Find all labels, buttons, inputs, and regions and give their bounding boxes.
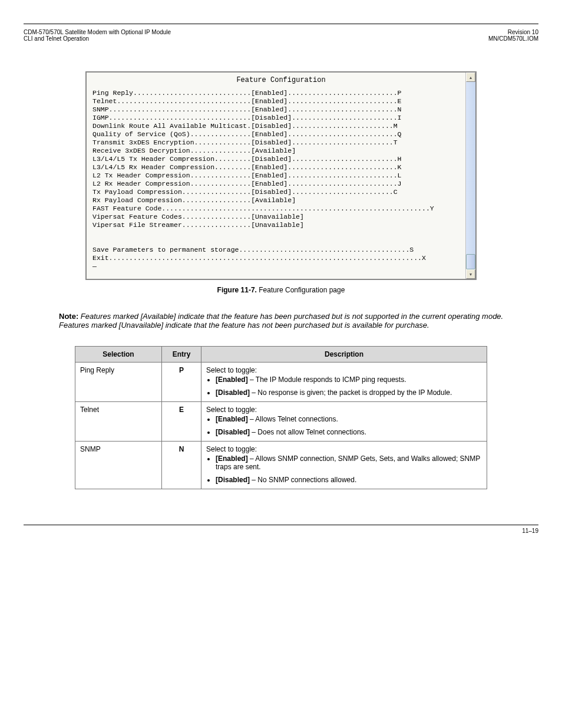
- feature-config-screenshot: ▴ ▾ Feature Configuration Ping Reply....…: [85, 71, 477, 280]
- cell-entry: P: [162, 363, 201, 402]
- cell-selection: Ping Reply: [75, 363, 162, 402]
- doc-code: MN/CDM570L.IOM: [488, 35, 538, 42]
- feature-table: Selection Entry Description Ping ReplyPS…: [75, 346, 487, 489]
- cell-entry: E: [162, 402, 201, 442]
- cell-description: Select to toggle:[Enabled] – Allows Teln…: [201, 402, 487, 442]
- scrollbar[interactable]: ▴ ▾: [465, 73, 475, 279]
- scroll-down-icon[interactable]: ▾: [466, 269, 475, 279]
- doc-title: CDM-570/570L Satellite Modem with Option…: [24, 29, 171, 35]
- doc-rev: Revision 10: [508, 29, 538, 35]
- cell-selection: Telnet: [75, 402, 162, 442]
- scroll-track[interactable]: [466, 82, 475, 255]
- screenshot-title: Feature Configuration: [89, 74, 473, 87]
- cell-description: Select to toggle:[Enabled] – The IP Modu…: [201, 363, 487, 402]
- doc-section: CLI and Telnet Operation: [24, 35, 89, 42]
- scroll-thumb[interactable]: [466, 254, 475, 269]
- table-row: TelnetESelect to toggle:[Enabled] – Allo…: [75, 402, 487, 442]
- table-row: SNMPNSelect to toggle:[Enabled] – Allows…: [75, 442, 487, 489]
- cell-description: Select to toggle:[Enabled] – Allows SNMP…: [201, 442, 487, 489]
- table-row: Ping ReplyPSelect to toggle:[Enabled] – …: [75, 363, 487, 402]
- cell-entry: N: [162, 442, 201, 489]
- scroll-up-icon[interactable]: ▴: [466, 73, 475, 82]
- table-header-row: Selection Entry Description: [75, 347, 487, 363]
- figure-caption: Figure 11-7. Feature Configuration page: [24, 286, 538, 294]
- screenshot-body: Ping Reply.............................[…: [89, 87, 473, 276]
- page-number: 11–19: [522, 528, 538, 534]
- note: Note: Features marked [Available] indica…: [59, 312, 515, 330]
- cell-selection: SNMP: [75, 442, 162, 489]
